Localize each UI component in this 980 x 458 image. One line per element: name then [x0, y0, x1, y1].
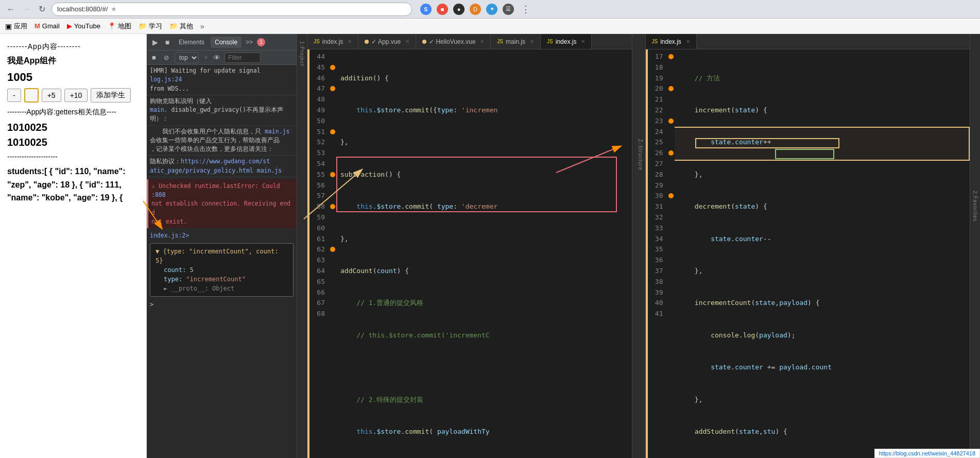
box-btn[interactable]: [24, 88, 39, 103]
apps-label: 应用: [14, 22, 27, 31]
nav-back-btn[interactable]: ←: [5, 4, 16, 15]
rcode-23: },: [679, 266, 970, 277]
extension-icon-3[interactable]: ●: [453, 4, 465, 15]
devtools-more-btn[interactable]: >>: [244, 37, 255, 48]
code-area-left: addition() { this.$store.commit({type: '…: [336, 49, 632, 458]
bookmark-gmail[interactable]: M Gmail: [35, 22, 60, 30]
nav-forward-btn[interactable]: →: [21, 4, 32, 15]
index-link[interactable]: index.js:2>: [150, 232, 189, 239]
devtools-select-icon[interactable]: ■: [162, 37, 173, 47]
gmail-label: Gmail: [42, 22, 60, 30]
more-btn[interactable]: ⋮: [519, 4, 532, 15]
code-line-46: },: [340, 137, 632, 148]
editor-tab-indexjs1[interactable]: JS index.js ✕: [307, 34, 358, 49]
code-line-45: this.$store.commit({type: 'incremen: [340, 105, 632, 116]
tab-label-hello: ✓ HelloVuex.vue: [429, 38, 475, 45]
code-line-48: this.$store.commit( type: 'decremer: [340, 201, 632, 212]
console-link-1[interactable]: log.js:24: [150, 76, 182, 83]
tab-close-1[interactable]: ✕: [348, 39, 352, 44]
console-content: [HMR] Waiting for update signal log.js:2…: [147, 65, 297, 458]
elements-tab[interactable]: Elements: [175, 37, 209, 48]
code-line-54: // 2.特殊的提交封装: [340, 395, 632, 405]
component-label: 我是App组件: [7, 56, 139, 66]
console-link-4b[interactable]: main.js: [253, 167, 282, 174]
console-prompt[interactable]: >: [147, 299, 297, 311]
console-line-3: 我们不会收集用户个人隐私信息，只 main.js 会收集一些简单的产品交互行为，…: [147, 126, 297, 156]
extension-icon-4[interactable]: D: [470, 4, 481, 15]
code-line-53: [340, 362, 632, 373]
study-icon: 📁: [139, 22, 147, 30]
tab-close-app[interactable]: ✕: [405, 39, 409, 44]
divider2: --------App内容:getters相关信息----: [7, 107, 139, 117]
rcode-22: state.counter--: [679, 234, 970, 245]
nav-refresh-btn[interactable]: ↻: [36, 4, 47, 15]
plus5-btn[interactable]: +5: [42, 89, 61, 102]
students-data: students:[ { "id": 110, "name": "zep", "…: [7, 165, 139, 205]
console-text-2a: 购物党隐私说明（键入: [150, 97, 212, 105]
code-line-55: this.$store.commit( payloadWithTy: [340, 427, 632, 437]
console-line-4: 隐私协议：https://www.gwdang.com/st atic_page…: [147, 156, 297, 177]
study-label: 学习: [149, 22, 162, 31]
console-text-1b: from WDS...: [150, 85, 189, 92]
tab-icon-indexjs2: JS: [547, 39, 553, 44]
tab-label-mainjs: main.js: [506, 38, 525, 45]
block-icon[interactable]: ⊘: [162, 54, 170, 62]
console-link-bottom: index.js:2>: [147, 230, 297, 241]
breakpoints-right: [667, 49, 675, 458]
editor-tab-appvue[interactable]: ✓ App.vue ✕: [358, 34, 416, 49]
console-link-2[interactable]: main.: [150, 106, 168, 113]
eye-icon[interactable]: 👁: [213, 54, 220, 62]
line-numbers-right: 17181920212223 24252627282930 3132333435…: [648, 49, 667, 458]
console-link-3[interactable]: main.js: [265, 128, 289, 135]
devtools-cursor-icon[interactable]: ▶: [150, 37, 160, 47]
tab-dot-app: [365, 40, 369, 44]
console-tab[interactable]: Console: [211, 37, 242, 48]
editor-tab-right-active[interactable]: JS index.js ✕: [646, 34, 697, 49]
sidebar-label-project[interactable]: 1:Project: [298, 39, 306, 68]
sidebar-label-favorites[interactable]: 2:Favorites: [971, 189, 979, 224]
error-link[interactable]: :808: [151, 191, 166, 198]
console-text-4: 隐私协议：: [150, 158, 181, 165]
code-line-44: addition() {: [340, 73, 632, 84]
add-student-btn[interactable]: 添加学生: [91, 88, 131, 103]
address-text: localhost:8080/#/: [57, 5, 108, 13]
devtools-toolbar: ▶ ■ Elements Console >> 1: [147, 34, 297, 50]
tab-label-app: ✓ App.vue: [371, 38, 401, 45]
obj-header[interactable]: ▼ {type: "incrementCount", count: 5}: [156, 247, 288, 265]
bookmark-study[interactable]: 📁 学习: [139, 22, 162, 31]
code-content-right: 17181920212223 24252627282930 3132333435…: [646, 49, 970, 458]
bookmarks-more-btn[interactable]: »: [200, 22, 204, 30]
address-bar[interactable]: localhost:8080/#/ ★: [51, 3, 412, 16]
extension-icon-1[interactable]: S: [420, 4, 432, 15]
plus10-btn[interactable]: +10: [64, 89, 88, 102]
tab-close-hello[interactable]: ✕: [480, 39, 484, 44]
bookmark-youtube[interactable]: ▶ YouTube: [67, 22, 100, 30]
status-tooltip: https://blog.csdn.net/weixin_44827418: [874, 449, 980, 458]
console-text-1a: [HMR] Waiting for update signal: [150, 67, 261, 74]
bookmark-maps[interactable]: 📍 地图: [108, 22, 131, 31]
minus-btn[interactable]: -: [7, 89, 21, 102]
tab-close-mainjs[interactable]: ✕: [530, 39, 534, 44]
extension-icon-5[interactable]: ✦: [486, 4, 497, 15]
editor-tab-indexjs-active[interactable]: JS index.js ✕: [541, 34, 592, 49]
tab-close-right[interactable]: ✕: [686, 39, 690, 44]
editor-tab-mainjs[interactable]: JS main.js ✕: [491, 34, 541, 49]
tab-close-indexjs2[interactable]: ✕: [581, 39, 585, 44]
clear-console-btn[interactable]: ■: [150, 54, 158, 62]
green-annotation-box: [775, 149, 834, 159]
gmail-icon: M: [35, 22, 40, 30]
rcode-24: incrementCount(state,payload) {: [679, 298, 970, 309]
line-numbers-left: 444546474849 505152535455 565758596061 6…: [310, 49, 329, 458]
context-selector[interactable]: top: [175, 52, 199, 63]
extension-icon-2[interactable]: ■: [437, 4, 448, 15]
editor-tabs-right: JS index.js ✕: [646, 34, 970, 49]
tab-dot-hello: [422, 40, 426, 44]
rcode-20: },: [679, 169, 970, 180]
bookmark-other[interactable]: 📁 其他: [169, 22, 193, 31]
bookmark-apps[interactable]: ▣ 应用: [5, 22, 27, 31]
error-text: Unchecked runtime.lastError: Could: [159, 182, 280, 190]
sidebar-label-structure[interactable]: Z-Structure: [637, 137, 644, 173]
extension-icon-6[interactable]: ☰: [503, 4, 514, 15]
editor-tab-hellovuex[interactable]: ✓ HelloVuex.vue ✕: [416, 34, 491, 49]
filter-input[interactable]: [225, 53, 261, 63]
